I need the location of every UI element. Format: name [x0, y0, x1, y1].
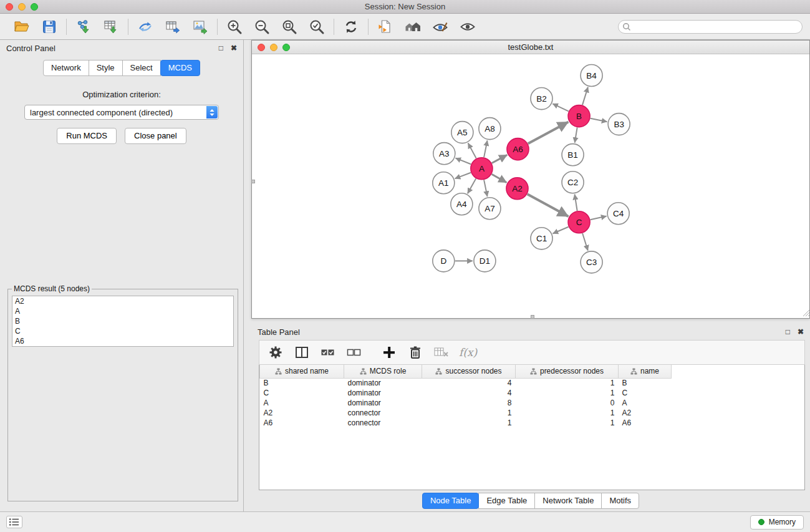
resize-handle-left[interactable]	[251, 180, 255, 183]
zoom-out-button[interactable]	[251, 16, 273, 37]
table-cell[interactable]: 1	[516, 408, 619, 418]
graph-edge-A2-C[interactable]	[528, 194, 569, 216]
table-cell[interactable]: 0	[516, 398, 619, 408]
table-cell[interactable]: A6	[619, 418, 672, 428]
save-session-button[interactable]	[38, 16, 60, 37]
table-row[interactable]: Cdominator41C	[260, 388, 672, 398]
column-header-predecessor-nodes[interactable]: predecessor nodes	[516, 365, 619, 378]
table-cell[interactable]: 4	[422, 378, 516, 388]
graph-edge-A-A5[interactable]	[468, 143, 476, 158]
network-close-button[interactable]	[258, 44, 265, 51]
network-minimize-button[interactable]	[270, 44, 277, 51]
deselect-all-button[interactable]	[345, 344, 363, 361]
tab-motifs[interactable]: Motifs	[601, 493, 639, 509]
close-table-panel-icon[interactable]: ✖	[798, 328, 804, 336]
close-panel-icon[interactable]: ✖	[231, 44, 237, 52]
graph-edge-C-C1[interactable]	[552, 227, 568, 234]
graph-edge-C-C2[interactable]	[575, 195, 577, 211]
graph-edge-B-B2[interactable]	[552, 104, 569, 111]
column-header-mcds-role[interactable]: MCDS role	[344, 365, 422, 378]
resize-handle-bottom[interactable]	[531, 315, 534, 319]
graph-edge-C-C4[interactable]	[591, 216, 607, 220]
refresh-layout-button[interactable]	[340, 16, 362, 37]
table-settings-button[interactable]	[267, 344, 284, 361]
table-cell[interactable]: B	[260, 378, 344, 388]
delete-table-button[interactable]	[433, 344, 450, 361]
table-cell[interactable]: A6	[260, 418, 344, 428]
delete-column-button[interactable]	[407, 344, 424, 361]
graph-edge-B-B1[interactable]	[575, 127, 577, 142]
tab-network-table[interactable]: Network Table	[534, 493, 602, 509]
export-table-button[interactable]	[162, 16, 184, 37]
table-cell[interactable]: dominator	[344, 398, 422, 408]
result-item[interactable]: C	[12, 326, 233, 336]
table-cell[interactable]: A2	[260, 408, 344, 418]
graph-edge-A6-B[interactable]	[528, 122, 569, 143]
tab-network[interactable]: Network	[43, 60, 89, 76]
tab-edge-table[interactable]: Edge Table	[478, 493, 535, 509]
table-cell[interactable]: B	[619, 378, 672, 388]
tab-select[interactable]: Select	[122, 60, 161, 76]
show-hide-button[interactable]	[456, 16, 479, 37]
column-header-name[interactable]: name	[619, 365, 672, 378]
zoom-fit-button[interactable]	[278, 16, 301, 37]
network-maximize-button[interactable]	[282, 44, 290, 51]
float-table-panel-icon[interactable]: □	[786, 328, 790, 336]
table-cell[interactable]: 1	[422, 418, 516, 428]
close-window-button[interactable]	[6, 3, 13, 11]
result-item[interactable]: B	[12, 316, 233, 326]
resize-handle-corner[interactable]	[801, 308, 809, 318]
graph-edge-B-B3[interactable]	[591, 118, 607, 122]
fullscreen-window-button[interactable]	[31, 3, 38, 11]
float-panel-icon[interactable]: □	[219, 44, 223, 52]
column-header-shared-name[interactable]: shared name	[260, 365, 344, 378]
minimize-window-button[interactable]	[18, 3, 26, 11]
table-cell[interactable]: 1	[516, 388, 619, 398]
task-history-button[interactable]	[6, 516, 22, 528]
table-cell[interactable]: C	[619, 388, 672, 398]
table-cell[interactable]: connector	[344, 408, 422, 418]
run-mcds-button[interactable]: Run MCDS	[57, 128, 117, 144]
table-row[interactable]: Adominator80A	[260, 398, 672, 408]
table-row[interactable]: A2connector11A2	[260, 408, 672, 418]
close-panel-button[interactable]: Close panel	[125, 128, 186, 144]
zoom-selected-button[interactable]	[306, 16, 328, 37]
graph-edge-A-A1[interactable]	[455, 173, 471, 179]
network-window-titlebar[interactable]: testGlobe.txt	[252, 41, 809, 54]
export-image-button[interactable]	[189, 16, 211, 37]
graph-edge-C-C3[interactable]	[582, 233, 588, 251]
tab-node-table[interactable]: Node Table	[422, 493, 480, 509]
tab-mcds[interactable]: MCDS	[160, 60, 200, 76]
table-row[interactable]: A6connector11A6	[260, 418, 672, 428]
table-cell[interactable]: 1	[516, 378, 619, 388]
zoom-in-button[interactable]	[223, 16, 246, 37]
table-cell[interactable]: A	[260, 398, 344, 408]
function-builder-button[interactable]: f(x)	[459, 344, 477, 361]
add-column-button[interactable]	[380, 344, 398, 361]
home-button[interactable]	[402, 16, 424, 37]
select-all-button[interactable]	[319, 344, 337, 361]
tab-style[interactable]: Style	[89, 60, 123, 76]
table-cell[interactable]: 1	[516, 418, 619, 428]
graph-edge-A-A4[interactable]	[468, 178, 476, 193]
import-network-button[interactable]	[72, 16, 95, 37]
table-row[interactable]: Bdominator41B	[260, 378, 672, 388]
table-cell[interactable]: 8	[422, 398, 516, 408]
graph-edge-A-A3[interactable]	[455, 158, 471, 164]
table-cell[interactable]: 4	[422, 388, 516, 398]
network-graph[interactable]: B4B2BB3A5A8A6B1A3AC2A1A2A4A7CC4C1C3DD1	[252, 54, 809, 318]
criterion-dropdown[interactable]: largest connected component (directed)	[24, 105, 219, 120]
network-canvas[interactable]: B4B2BB3A5A8A6B1A3AC2A1A2A4A7CC4C1C3DD1	[252, 54, 809, 318]
table-cell[interactable]: dominator	[344, 378, 422, 388]
network-file-button[interactable]	[374, 16, 397, 37]
graph-edge-A-A6[interactable]	[492, 155, 508, 163]
result-item[interactable]: A	[12, 306, 233, 316]
table-cell[interactable]: connector	[344, 418, 422, 428]
graph-edge-B-B4[interactable]	[582, 87, 588, 105]
show-columns-button[interactable]	[293, 344, 311, 361]
graph-edge-A-A7[interactable]	[484, 180, 487, 196]
column-header-successor-nodes[interactable]: successor nodes	[422, 365, 516, 378]
graph-edge-A-A2[interactable]	[492, 174, 507, 182]
mcds-result-list[interactable]: A2ABCA6	[12, 296, 234, 347]
search-input[interactable]	[618, 20, 803, 34]
